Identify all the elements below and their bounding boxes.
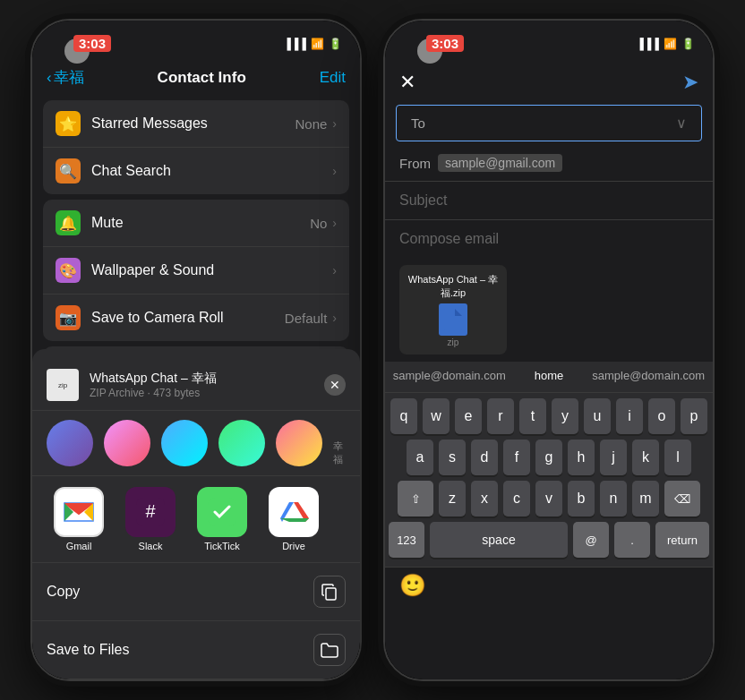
key-f[interactable]: f [503,440,530,475]
return-key[interactable]: return [655,522,709,558]
share-file-name: WhatsApp Chat – 幸福 [90,371,324,387]
chevron-icon: › [332,116,337,131]
key-w[interactable]: w [423,398,450,434]
key-j[interactable]: j [600,440,627,475]
copy-action[interactable]: Copy [32,563,360,621]
numbers-key[interactable]: 123 [389,522,424,558]
delete-key[interactable]: ⌫ [664,481,700,516]
starred-value: None [295,116,327,132]
key-m[interactable]: m [632,481,659,516]
copy-icon [313,576,346,608]
chevron-icon: › [332,263,337,277]
key-i[interactable]: i [616,398,643,434]
key-p[interactable]: p [681,398,707,434]
contact-avatar-5 [276,420,322,466]
star-icon: ⭐ [56,111,81,136]
emoji-bar: 🙂 [385,567,713,603]
starred-messages-item[interactable]: ⭐ Starred Messages None › [43,100,349,148]
key-e[interactable]: e [455,398,482,434]
back-label: 幸福 [54,67,84,88]
drive-icon [269,487,319,537]
from-label: From [399,156,431,171]
key-g[interactable]: g [535,440,562,475]
subject-field[interactable]: Subject [385,182,713,220]
key-t[interactable]: t [519,398,546,434]
compose-body[interactable]: Compose email [385,220,713,258]
from-field: From sample@gmail.com [385,145,713,182]
slack-label: Slack [139,541,163,551]
compose-close-button[interactable]: ✕ [399,71,415,94]
slack-app-item[interactable]: # Slack [118,487,183,551]
left-status-bar: 3:03 ▐▐▐ 📶 🔋 [32,21,360,60]
svg-rect-5 [326,588,336,600]
ticktick-label: TickTick [204,541,240,551]
folder-icon [313,634,346,666]
camera-label: Save to Camera Roll [91,310,285,326]
attachment-name: WhatsApp Chat – 幸福.zip [407,273,500,300]
drive-app-item[interactable]: Drive [261,487,326,551]
keyboard: q w e r t y u i o p a s d f g [385,393,713,567]
suggestion-left[interactable]: sample@domain.com [393,369,506,385]
gmail-label: Gmail [66,541,92,551]
key-o[interactable]: o [648,398,675,434]
key-row-1: q w e r t y u i o p [389,398,709,434]
ticktick-icon [197,487,247,537]
key-l[interactable]: l [664,440,691,475]
key-r[interactable]: r [487,398,514,434]
compose-header: ✕ ➤ [385,60,713,101]
space-key[interactable]: space [430,522,568,558]
wifi-icon: 📶 [664,38,677,50]
suggestion-center[interactable]: home [535,369,564,385]
emoji-button[interactable]: 🙂 [399,573,426,598]
right-time: 3:03 [426,35,464,52]
chevron-icon: › [332,311,337,325]
camera-roll-item[interactable]: 📷 Save to Camera Roll Default › [43,295,349,341]
suggestion-right[interactable]: sample@domain.com [592,369,705,385]
at-key[interactable]: @ [573,522,609,558]
key-y[interactable]: y [552,398,578,434]
starred-label: Starred Messages [91,115,295,132]
key-h[interactable]: h [568,440,595,475]
camera-icon: 📷 [56,305,81,330]
ticktick-app-item[interactable]: TickTick [190,487,254,551]
chat-search-item[interactable]: 🔍 Chat Search › [43,148,349,194]
period-key[interactable]: . [614,522,650,558]
key-k[interactable]: k [632,440,659,475]
key-row-3: ⇧ z x c v b n m ⌫ [389,481,709,516]
edit-button[interactable]: Edit [320,69,346,87]
left-phone: 3:03 ▐▐▐ 📶 🔋 ‹ 幸福 Contact Info Edit [30,19,362,681]
compose-send-button[interactable]: ➤ [682,71,698,94]
left-status-icons: ▐▐▐ 📶 🔋 [283,38,342,50]
gmail-icon [54,487,104,537]
scroll-more: 幸福 [333,420,346,466]
gmail-app-item[interactable]: Gmail [47,487,111,551]
key-b[interactable]: b [568,481,595,516]
key-u[interactable]: u [584,398,611,434]
key-v[interactable]: v [535,481,562,516]
share-close-button[interactable]: ✕ [324,374,346,396]
key-n[interactable]: n [600,481,627,516]
key-d[interactable]: d [471,440,498,475]
contact-header: ‹ 幸福 Contact Info Edit [32,60,360,95]
save-files-action[interactable]: Save to Files [32,621,360,679]
contact-scroll[interactable]: 幸福 [32,411,360,476]
search-icon: 🔍 [56,158,81,184]
body-placeholder: Compose email [399,231,499,246]
mute-item[interactable]: 🔔 Mute No › [43,200,349,247]
app-grid: Gmail # Slack [32,476,360,563]
key-c[interactable]: c [503,481,530,516]
menu-section-2: 🔔 Mute No › 🎨 Wallpaper & Sound › 📷 Save… [43,200,349,341]
to-field[interactable]: To ∨ [396,105,702,141]
chevron-icon: › [332,164,337,178]
key-x[interactable]: x [471,481,498,516]
battery-icon: 🔋 [329,38,342,50]
mute-icon: 🔔 [56,210,81,235]
shift-key[interactable]: ⇧ [398,481,433,516]
back-button[interactable]: ‹ 幸福 [47,67,84,88]
key-a[interactable]: a [407,440,433,475]
wallpaper-item[interactable]: 🎨 Wallpaper & Sound › [43,247,349,295]
key-s[interactable]: s [439,440,466,475]
mute-value: No [310,216,327,231]
key-q[interactable]: q [390,398,417,434]
key-z[interactable]: z [439,481,466,516]
